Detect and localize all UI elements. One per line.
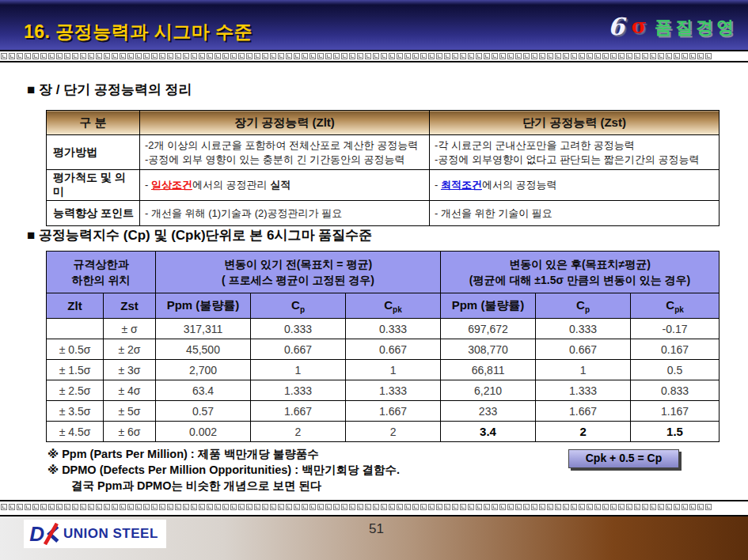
meander-tile xyxy=(484,53,490,59)
meander-tile xyxy=(215,53,221,59)
meander-tile xyxy=(349,504,355,510)
meander-tile xyxy=(167,504,173,510)
group-header-spec-limits: 규격상한과 하한의 위치 xyxy=(47,252,156,293)
meander-tile xyxy=(159,53,165,59)
meander-tile xyxy=(452,53,458,59)
meander-tile xyxy=(397,53,403,59)
meander-tile xyxy=(88,53,94,59)
section1-heading: ■ 장 / 단기 공정능력의 정리 xyxy=(27,81,192,99)
meander-tile xyxy=(666,504,672,510)
meander-tile xyxy=(17,504,23,510)
page-title: 16. 공정능력과 시그마 수준 xyxy=(24,20,252,44)
meander-tile xyxy=(262,53,268,59)
table-cell xyxy=(47,319,104,339)
meander-tile xyxy=(317,53,324,59)
meander-tile xyxy=(404,53,411,59)
meander-tile xyxy=(373,53,379,59)
meander-tile xyxy=(349,53,355,59)
meander-tile xyxy=(444,53,450,59)
table-cell: 1.667 xyxy=(536,401,631,422)
header-line: 규격상한과 xyxy=(48,256,154,272)
meander-tile xyxy=(682,53,688,59)
table-cell: 0.667 xyxy=(536,339,631,360)
six-sigma-brand: 6 σ 품질경영 xyxy=(608,13,737,40)
table-cell: ± 2.5σ xyxy=(47,380,104,401)
meander-border-bottom xyxy=(0,500,748,516)
table-cell: -각 시료군의 군내산포만을 고려한 공정능력 -공정에 외부영향이 없다고 판… xyxy=(430,135,720,170)
meander-tile xyxy=(650,504,656,510)
meander-tile xyxy=(531,53,537,59)
meander-tile xyxy=(25,53,31,59)
meander-tile xyxy=(436,504,442,510)
meander-tile xyxy=(32,504,39,510)
meander-tile xyxy=(278,504,284,510)
cell-line: -2개 이상의 시료군을 포함하여 전체산포로 계산한 공정능력 xyxy=(145,138,424,153)
meander-tile xyxy=(412,504,419,510)
meander-tile xyxy=(460,504,466,510)
meander-tile xyxy=(610,53,617,59)
meander-tile xyxy=(309,504,316,510)
meander-tile xyxy=(523,53,530,59)
footnote-dpmo: ※ DPMO (Defects Per Million Opporituniti… xyxy=(47,462,400,478)
table-cell: 1 xyxy=(536,360,631,380)
meander-tile xyxy=(674,53,680,59)
meander-tile xyxy=(444,504,450,510)
meander-tile xyxy=(143,504,150,510)
meander-tile xyxy=(341,53,347,59)
meander-tile xyxy=(246,53,252,59)
meander-tile xyxy=(135,53,142,59)
meander-tile xyxy=(515,504,522,510)
meander-tile xyxy=(191,504,197,510)
table-cell: - 개선을 위해 (1)기술과 (2)공정관리가 필요 xyxy=(140,201,430,226)
cell-text: 에서의 공정관리 xyxy=(192,179,270,191)
cell-line: -공정에 외부영향이 없다고 판단되는 짧은기간의 공정능력 xyxy=(435,153,714,167)
footnote-ppm: ※ Ppm (Parts Per Million) : 제품 백만개당 불량품수 xyxy=(47,446,400,462)
group-header-before-shift: 변동이 있기 전(목표치 = 평균) ( 프로세스 평균이 고정된 경우) xyxy=(156,252,441,293)
meander-tile xyxy=(317,504,324,510)
table-cell: - 일상조건에서의 공정관리 실적 xyxy=(140,170,430,201)
brand-quality-label: 품질경영 xyxy=(655,17,737,37)
group-header-after-shift: 변동이 있은 후(목표치≠평균) (평균에 대해 ±1.5σ 만큼의 변동이 있… xyxy=(441,252,720,293)
meander-tile xyxy=(555,504,561,510)
meander-tile xyxy=(238,504,245,510)
table-cell: 0.5 xyxy=(631,360,720,380)
meander-tile xyxy=(207,53,213,59)
meander-border-top xyxy=(0,50,748,62)
meander-tile xyxy=(254,504,260,510)
meander-tile xyxy=(333,504,340,510)
meander-tile xyxy=(302,504,308,510)
table-group-header-row: 규격상한과 하한의 위치 변동이 있기 전(목표치 = 평균) ( 프로세스 평… xyxy=(47,252,720,293)
table-cell: 1.5 xyxy=(631,422,720,442)
meander-tile xyxy=(531,504,537,510)
table-cell: 1 xyxy=(346,360,441,380)
table-cell: - 최적조건에서의 공정능력 xyxy=(430,170,720,201)
col-header-zst: Zst xyxy=(104,293,156,319)
meander-tile xyxy=(626,504,632,510)
meander-tile xyxy=(1,53,7,59)
table-cell: 0.57 xyxy=(156,401,251,422)
dk-logo-icon: D xyxy=(28,523,60,545)
table-cell: 697,672 xyxy=(441,319,536,339)
meander-tile xyxy=(48,53,55,59)
svg-text:D: D xyxy=(29,523,44,545)
table-cell: ± σ xyxy=(104,319,156,339)
meander-tile xyxy=(286,504,292,510)
meander-tile xyxy=(112,504,118,510)
header-line: 변동이 있은 후(목표치≠평균) xyxy=(442,256,717,272)
table-cell: 308,770 xyxy=(441,339,536,360)
meander-tile xyxy=(286,53,292,59)
meander-tile xyxy=(127,53,134,59)
meander-tile xyxy=(618,504,625,510)
table-row: ± 3.5σ± 5σ0.571.6671.6672331.6671.167 xyxy=(47,401,720,422)
table-row: ± σ317,3110.3330.333697,6720.333-0.17 xyxy=(47,319,720,339)
meander-tile xyxy=(642,53,648,59)
meander-tile xyxy=(547,53,553,59)
meander-tile xyxy=(48,504,55,510)
meander-tile xyxy=(325,504,332,510)
meander-tile xyxy=(64,53,70,59)
meander-tile xyxy=(270,53,276,59)
col-header-cp-before: Cp xyxy=(251,293,346,319)
table-cell: 0.333 xyxy=(251,319,346,339)
meander-tile xyxy=(587,504,593,510)
col-header-ppm-after: Ppm (불량률) xyxy=(441,293,536,319)
